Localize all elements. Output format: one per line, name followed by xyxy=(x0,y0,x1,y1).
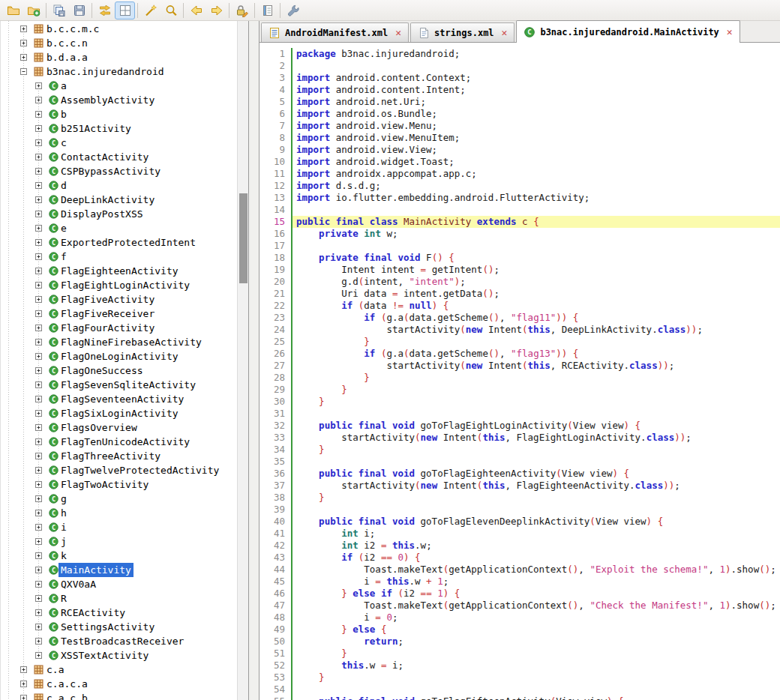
tree-row[interactable]: b.c.c.m.c xyxy=(1,22,237,36)
code-token: , FlagEighteenActivity. xyxy=(505,480,634,491)
tree-row[interactable]: Cc xyxy=(1,136,237,150)
tree-row[interactable]: CTestBroadcastReceiver xyxy=(1,634,237,648)
code-token: { xyxy=(635,420,641,431)
code-text: this.w = i; xyxy=(292,660,780,672)
tab-close-icon[interactable]: ✕ xyxy=(395,27,401,38)
back-button[interactable] xyxy=(186,1,206,19)
line-number: 44 xyxy=(260,564,292,576)
tree-row[interactable]: CFlagThreeActivity xyxy=(1,449,237,463)
tree-row[interactable]: Cb xyxy=(1,107,237,121)
wrench-button[interactable] xyxy=(283,1,303,19)
tree-row[interactable]: CFlagSeventeenActivity xyxy=(1,392,237,406)
reload-button[interactable] xyxy=(94,1,115,19)
tree-row[interactable]: Cd xyxy=(1,178,237,193)
tree-row[interactable]: CR xyxy=(1,591,237,606)
tree-row[interactable]: CQXV0aA xyxy=(1,577,237,591)
svg-text:C: C xyxy=(52,424,56,432)
tab-b3nac.injuredandroid.MainActivity[interactable]: Cb3nac.injuredandroid.MainActivity✕ xyxy=(516,20,740,43)
open-folder-button[interactable] xyxy=(3,1,23,19)
tree-row[interactable]: CContactActivity xyxy=(1,150,237,164)
code-text: import android.net.Uri; xyxy=(292,96,780,108)
lock-edit-button[interactable] xyxy=(232,1,252,19)
source-code-view[interactable]: 1package b3nac.injuredandroid;23import a… xyxy=(260,43,780,700)
open-folder-add-button[interactable] xyxy=(23,1,44,19)
tree-row[interactable]: CFlagOneSuccess xyxy=(1,363,237,378)
tree-row[interactable]: CFlagTwoActivity xyxy=(1,477,237,492)
log-button[interactable] xyxy=(257,1,278,19)
code-token: ; xyxy=(674,480,680,491)
tree-row[interactable]: CXSSTextActivity xyxy=(1,648,237,663)
code-token: } xyxy=(319,444,325,455)
tree-row[interactable]: CFlagEightLoginActivity xyxy=(1,278,237,292)
wand-button[interactable] xyxy=(140,1,160,19)
tree-row[interactable]: c.a.c.b xyxy=(1,691,237,700)
tree-row[interactable]: CFlagFourActivity xyxy=(1,321,237,335)
tree-row[interactable]: b3nac.injuredandroid xyxy=(1,64,237,79)
tab-close-icon[interactable]: ✕ xyxy=(727,26,733,37)
tree-row[interactable]: CRCEActivity xyxy=(1,606,237,620)
code-token xyxy=(404,300,410,311)
editor-panel: AndroidManifest.xml✕strings.xml✕Cb3nac.i… xyxy=(259,21,780,700)
class-icon: C xyxy=(49,622,58,632)
tree-row[interactable]: Cb251Activity xyxy=(1,121,237,136)
save-all-sources-button[interactable] xyxy=(49,1,69,19)
tab-close-icon[interactable]: ✕ xyxy=(502,27,508,38)
tree-row[interactable]: CFlagNineFirebaseActivity xyxy=(1,335,237,349)
tree-row[interactable]: CFlagTenUnicodeActivity xyxy=(1,435,237,449)
tree-row[interactable]: CFlagEighteenActivity xyxy=(1,264,237,278)
code-token: 1 xyxy=(437,576,443,587)
tree-row[interactable]: Cg xyxy=(1,492,237,506)
expand-plus-icon xyxy=(35,567,42,573)
search-button[interactable] xyxy=(160,1,181,19)
tree-row[interactable]: CFlagsOverview xyxy=(1,420,237,435)
tree-row[interactable]: CFlagSevenSqliteActivity xyxy=(1,378,237,392)
code-token: d.s.d.g; xyxy=(330,180,381,191)
tree-row[interactable]: CFlagSixLoginActivity xyxy=(1,406,237,420)
tree-row[interactable]: Ch xyxy=(1,506,237,520)
panel-splitter[interactable] xyxy=(249,21,259,700)
tree-row[interactable]: CFlagOneLoginActivity xyxy=(1,349,237,363)
line-number: 50 xyxy=(260,636,292,648)
tree-row[interactable]: Ce xyxy=(1,221,237,235)
tree-scrollbar[interactable] xyxy=(237,21,248,700)
tree-row[interactable]: b.c.c.n xyxy=(1,36,237,50)
code-line: 6import android.os.Bundle; xyxy=(260,108,780,120)
forward-button[interactable] xyxy=(206,1,226,19)
tree-row[interactable]: Ck xyxy=(1,549,237,563)
line-number: 30 xyxy=(260,396,292,408)
code-token xyxy=(567,348,573,359)
tree-row[interactable]: CExportedProtectedIntent xyxy=(1,235,237,250)
tab-strings.xml[interactable]: strings.xml✕ xyxy=(410,22,514,42)
code-token: F xyxy=(421,252,432,263)
code-token xyxy=(652,516,658,527)
class-icon: C xyxy=(49,195,58,205)
tree-row[interactable]: c.a xyxy=(1,663,237,677)
tree-row[interactable]: Cj xyxy=(1,534,237,549)
tree-row[interactable]: CCSPBypassActivity xyxy=(1,164,237,178)
tree-row[interactable]: CSettingsActivity xyxy=(1,620,237,634)
tree-scrollbar-thumb[interactable] xyxy=(239,193,248,283)
save-source-button[interactable] xyxy=(69,1,89,19)
tree-row[interactable]: Cf xyxy=(1,250,237,264)
code-token: public final void xyxy=(319,420,415,431)
code-line: 18 private final void F() { xyxy=(260,252,780,264)
pane-layout-button[interactable] xyxy=(115,1,135,19)
tree-row[interactable]: CMainActivity xyxy=(1,563,237,577)
tree-row[interactable]: CFlagFiveReceiver xyxy=(1,307,237,321)
tree-row[interactable]: c.a.c.a xyxy=(1,677,237,691)
tree-row[interactable]: CFlagTwelveProtectedActivity xyxy=(1,463,237,477)
toolbar-separator xyxy=(137,3,138,18)
svg-text:C: C xyxy=(52,353,56,360)
line-number: 13 xyxy=(260,192,292,204)
tree-row[interactable]: CFlagFiveActivity xyxy=(1,292,237,307)
tree-row[interactable]: CAssemblyActivity xyxy=(1,93,237,107)
code-text: } xyxy=(292,384,780,396)
tab-AndroidManifest.xml[interactable]: AndroidManifest.xml✕ xyxy=(261,22,409,42)
tree-row[interactable]: Ci xyxy=(1,520,237,534)
code-line: 51 } xyxy=(260,648,780,660)
tree-row[interactable]: b.d.a.a xyxy=(1,50,237,64)
tree-row[interactable]: CDeepLinkActivity xyxy=(1,193,237,207)
code-token xyxy=(629,420,635,431)
tree-row[interactable]: CDisplayPostXSS xyxy=(1,207,237,221)
tree-row[interactable]: Ca xyxy=(1,79,237,93)
